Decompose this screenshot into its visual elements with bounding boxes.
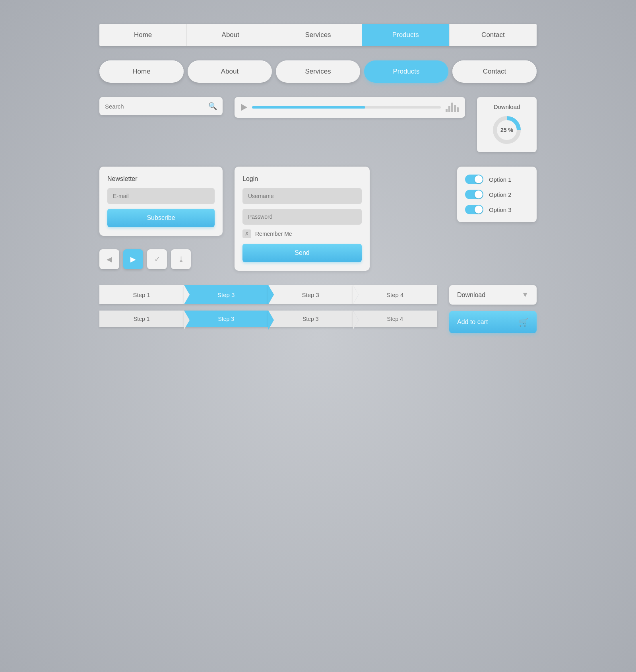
step1-item4[interactable]: Step 4 <box>353 285 438 304</box>
audio-bar <box>446 109 448 112</box>
step1-item3[interactable]: Step 3 <box>268 285 353 304</box>
send-button[interactable]: Send <box>242 244 362 262</box>
option-row-3: Option 3 <box>465 205 529 214</box>
left-col: Newsletter Subscribe ◀ ▶ ✓ ⤓ <box>99 167 223 269</box>
mid-top-row: 🔍 Download 25 % <box>99 97 537 152</box>
option-row-2: Option 2 <box>465 190 529 199</box>
nav1-services[interactable]: Services <box>274 24 362 46</box>
newsletter-box: Newsletter Subscribe <box>99 167 223 236</box>
option-label-3: Option 3 <box>489 206 512 213</box>
subscribe-button[interactable]: Subscribe <box>107 209 215 227</box>
nav2-services[interactable]: Services <box>276 60 360 83</box>
audio-bar <box>457 107 459 112</box>
login-title: Login <box>242 175 362 183</box>
username-field[interactable] <box>242 188 362 204</box>
play-button[interactable] <box>241 104 247 111</box>
toggle-knob-1 <box>475 175 483 183</box>
nav1-products[interactable]: Products <box>362 24 450 46</box>
login-box: Login ✗ Remember Me Send <box>235 167 370 271</box>
donut-chart: 25 % <box>491 114 523 146</box>
download-widget: Download 25 % <box>477 97 537 152</box>
add-to-cart-button[interactable]: Add to cart 🛒 <box>449 311 537 333</box>
toggle-1[interactable] <box>465 175 483 184</box>
step2-item4[interactable]: Step 4 <box>353 311 438 327</box>
step2-item3[interactable]: Step 3 <box>268 311 353 327</box>
search-icon[interactable]: 🔍 <box>208 102 217 111</box>
options-box: Option 1 Option 2 Option 3 <box>457 167 537 222</box>
step-bar-2: Step 1 Step 3 Step 3 Step 4 <box>99 311 437 327</box>
remember-row: ✗ Remember Me <box>242 229 362 238</box>
steps-section: Step 1 Step 3 Step 3 Step 4 Step 1 Step … <box>99 285 537 333</box>
media-controls: ◀ ▶ ✓ ⤓ <box>99 249 223 269</box>
nav2-home[interactable]: Home <box>99 60 184 83</box>
audio-bars <box>446 103 459 112</box>
add-cart-label: Add to cart <box>457 319 488 326</box>
download-button-label: Download <box>457 291 485 299</box>
nav-bar-1: Home About Services Products Contact <box>99 24 537 46</box>
nav1-contact[interactable]: Contact <box>450 24 537 46</box>
nav2-products[interactable]: Products <box>364 60 448 83</box>
password-field[interactable] <box>242 209 362 225</box>
right-buttons: Download ▼ Add to cart 🛒 <box>449 285 537 333</box>
newsletter-title: Newsletter <box>107 175 215 183</box>
option-label-2: Option 2 <box>489 191 512 198</box>
download-percent: 25 % <box>500 127 513 133</box>
progress-fill <box>252 106 365 109</box>
step2-item2[interactable]: Step 3 <box>184 311 269 327</box>
toggle-3[interactable] <box>465 205 483 214</box>
check-button[interactable]: ✓ <box>147 249 167 269</box>
nav1-home[interactable]: Home <box>99 24 187 46</box>
audio-bar <box>448 106 450 112</box>
step2-item1[interactable]: Step 1 <box>99 311 184 327</box>
nav1-about[interactable]: About <box>187 24 274 46</box>
toggle-knob-3 <box>475 206 483 214</box>
download-arrow-icon: ▼ <box>522 291 529 299</box>
search-box: 🔍 <box>99 97 223 115</box>
option-row-1: Option 1 <box>465 175 529 184</box>
bottom-mid-row: Newsletter Subscribe ◀ ▶ ✓ ⤓ Login ✗ Rem… <box>99 167 537 271</box>
audio-bar <box>451 103 453 112</box>
step1-item1[interactable]: Step 1 <box>99 285 184 304</box>
download-button[interactable]: Download ▼ <box>449 285 537 305</box>
main-container: Home About Services Products Contact Hom… <box>99 24 537 333</box>
nav2-about[interactable]: About <box>188 60 272 83</box>
toggle-2[interactable] <box>465 190 483 199</box>
toggle-knob-2 <box>475 190 483 198</box>
step-bar-1: Step 1 Step 3 Step 3 Step 4 <box>99 285 437 304</box>
step1-item2[interactable]: Step 3 <box>184 285 269 304</box>
skip-button[interactable]: ⤓ <box>171 249 191 269</box>
audio-bar <box>454 105 456 112</box>
nav2-contact[interactable]: Contact <box>452 60 537 83</box>
progress-bar[interactable] <box>252 106 441 109</box>
cart-icon: 🛒 <box>519 317 529 327</box>
nav-bar-2: Home About Services Products Contact <box>99 60 537 83</box>
download-widget-title: Download <box>494 103 520 110</box>
play-media-button[interactable]: ▶ <box>123 249 143 269</box>
steps-col: Step 1 Step 3 Step 3 Step 4 Step 1 Step … <box>99 285 437 327</box>
prev-button[interactable]: ◀ <box>99 249 119 269</box>
search-input[interactable] <box>105 103 208 110</box>
audio-player <box>235 97 465 118</box>
remember-label: Remember Me <box>255 231 292 237</box>
email-field[interactable] <box>107 188 215 204</box>
option-label-1: Option 1 <box>489 176 512 183</box>
remember-checkbox[interactable]: ✗ <box>242 229 251 238</box>
